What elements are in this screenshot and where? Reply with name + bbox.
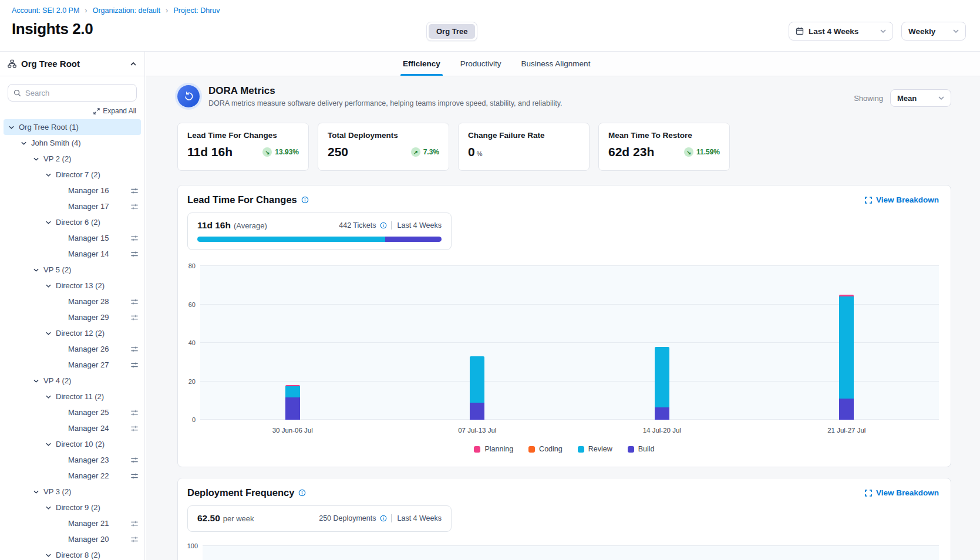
tab-productivity[interactable]: Productivity [460,52,501,76]
tree-item[interactable]: Manager 25 [4,404,141,420]
chevron-down-icon[interactable] [45,331,52,336]
metric-card-value: 250 [328,145,348,159]
x-axis-label: 14 Jul-20 Jul [570,427,755,434]
tree-item[interactable]: Director 9 (2) [4,500,141,515]
filter-sliders-icon[interactable] [130,535,139,544]
tree-item[interactable]: Manager 20 [4,531,141,547]
tree-item[interactable]: Director 7 (2) [4,167,141,183]
expand-all-label: Expand All [103,107,136,115]
org-tree-button-label: Org Tree [429,24,475,39]
legend-item-coding[interactable]: Coding [528,445,563,453]
tab-business-alignment[interactable]: Business Alignment [521,52,591,76]
phase-bar-segment-review [197,237,385,242]
view-breakdown-label: View Breakdown [876,488,939,497]
tab-efficiency[interactable]: Efficiency [403,52,440,76]
tree-item[interactable]: Manager 26 [4,341,141,357]
chevron-down-icon[interactable] [45,505,52,510]
chevron-down-icon[interactable] [45,173,52,177]
tree-item[interactable]: Manager 28 [4,294,141,309]
chevron-down-icon[interactable] [45,220,52,225]
chevron-down-icon[interactable] [45,284,52,288]
legend-item-review[interactable]: Review [578,445,612,453]
chevron-down-icon[interactable] [33,490,39,494]
filter-sliders-icon[interactable] [130,519,139,528]
filter-sliders-icon[interactable] [130,424,139,433]
tree-item[interactable]: Manager 15 [4,230,141,246]
chevron-down-icon[interactable] [8,125,15,130]
tree-item[interactable]: VP 4 (2) [4,373,141,389]
metric-card-unit: % [477,150,483,157]
breadcrumb-link[interactable]: Organization: default [93,6,160,15]
tree-item[interactable]: VP 5 (2) [4,262,141,278]
chevron-down-icon[interactable] [33,379,39,383]
tree-item[interactable]: VP 3 (2) [4,484,141,500]
tree-item[interactable]: Manager 23 [4,452,141,468]
metric-card-label: Lead Time For Changes [187,131,299,140]
expand-all-button[interactable]: Expand All [0,107,136,115]
filter-sliders-icon[interactable] [130,456,139,464]
info-icon[interactable] [301,196,309,204]
y-axis-tick: 80 [185,262,196,269]
tree-item[interactable]: Org Tree Root (1) [4,119,141,135]
filter-sliders-icon[interactable] [130,234,139,242]
filter-sliders-icon[interactable] [130,187,139,195]
x-axis-label: 07 Jul-13 Jul [385,427,570,434]
search-input[interactable] [25,89,131,97]
chevron-down-icon[interactable] [21,141,27,146]
tree-item[interactable]: Manager 17 [4,198,141,214]
chevron-down-icon[interactable] [45,553,52,558]
filter-sliders-icon[interactable] [130,472,139,480]
chevron-down-icon[interactable] [33,268,39,272]
tree-item[interactable]: Manager 22 [4,468,141,484]
stacked-bar[interactable] [470,356,484,420]
date-range-select[interactable]: Last 4 Weeks [789,22,893,41]
org-tree-button[interactable]: Org Tree [426,22,477,41]
stacked-bar[interactable] [655,347,669,420]
info-icon[interactable] [380,222,387,229]
lead-time-view-breakdown[interactable]: View Breakdown [865,195,939,204]
filter-sliders-icon[interactable] [130,345,139,353]
info-icon[interactable] [380,515,387,522]
tree-item[interactable]: Director 8 (2) [4,547,141,560]
tree-item[interactable]: Manager 21 [4,515,141,531]
stacked-bar[interactable] [839,295,854,420]
deployment-view-breakdown[interactable]: View Breakdown [865,488,939,497]
showing-select[interactable]: Mean [890,89,951,107]
tree-item[interactable]: VP 2 (2) [4,151,141,167]
chevron-down-icon[interactable] [45,394,52,399]
metric-card: Change Failure Rate0% [458,123,590,171]
chevron-up-icon[interactable] [130,62,137,66]
stacked-bar[interactable] [285,385,300,420]
filter-sliders-icon[interactable] [130,298,139,306]
granularity-select[interactable]: Weekly [901,22,966,41]
chevron-down-icon[interactable] [45,442,52,447]
chevron-down-icon[interactable] [33,157,39,161]
filter-sliders-icon[interactable] [130,409,139,417]
tree-item[interactable]: Manager 24 [4,420,141,436]
showing-label: Showing [854,94,883,103]
legend-item-planning[interactable]: Planning [474,445,513,453]
tree-item[interactable]: Manager 29 [4,309,141,325]
filter-sliders-icon[interactable] [130,203,139,211]
delta-badge: ↘11.59% [684,147,720,157]
info-icon[interactable] [298,489,306,497]
tree-item[interactable]: Director 12 (2) [4,325,141,341]
tree-item[interactable]: Manager 14 [4,246,141,262]
tree-item[interactable]: John Smith (4) [4,135,141,151]
tree-item[interactable]: Director 13 (2) [4,278,141,294]
sidebar-search[interactable] [8,84,137,102]
breadcrumb: Account: SEI 2.0 PM›Organization: defaul… [12,6,220,15]
filter-sliders-icon[interactable] [130,361,139,369]
deployment-rate-value: 62.50 [197,513,220,524]
legend-item-build[interactable]: Build [628,445,655,453]
breadcrumb-link[interactable]: Account: SEI 2.0 PM [12,6,79,15]
tree-item[interactable]: Manager 16 [4,183,141,198]
breadcrumb-link[interactable]: Project: Dhruv [173,6,220,15]
tree-item[interactable]: Director 10 (2) [4,436,141,452]
filter-sliders-icon[interactable] [130,250,139,258]
tree-item[interactable]: Director 6 (2) [4,214,141,230]
tree-item[interactable]: Director 11 (2) [4,389,141,404]
tree-item[interactable]: Manager 27 [4,357,141,373]
lead-time-summary: 11d 16h (Average) 442 Tickets Last 4 Wee… [187,212,452,250]
filter-sliders-icon[interactable] [130,313,139,322]
